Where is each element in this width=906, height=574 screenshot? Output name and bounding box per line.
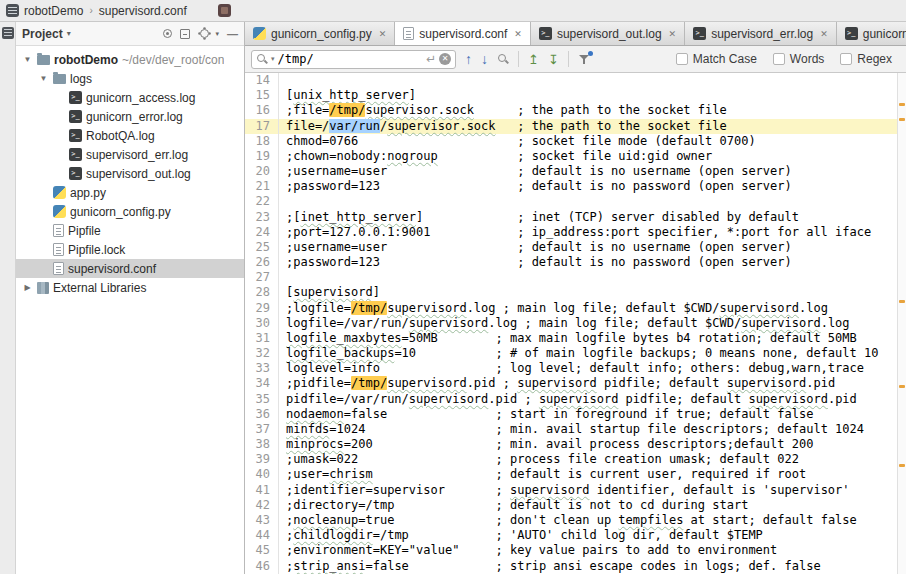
project-panel-title[interactable]: Project [22,27,63,41]
search-result-mark[interactable] [899,118,905,121]
search-history-caret-icon[interactable]: ▾ [271,55,275,63]
code-editor[interactable]: 1415[unix_http_server]16;file=/tmp/super… [245,73,906,574]
code-text: ;strip_ansi=false ; strip ansi escape co… [279,559,897,574]
navigation-bar: robotDemo › supervisord.conf [0,0,906,22]
breadcrumb-project[interactable]: robotDemo [24,4,83,18]
tab-label: supervisord.conf [419,27,507,41]
previous-match-icon[interactable]: ↑ [465,52,472,66]
tree-item-app-py[interactable]: app.py [16,183,244,202]
tree-item-supervisord-conf[interactable]: supervisord.conf [16,259,244,278]
search-field[interactable]: ▾ ↵ ✕ [251,50,456,69]
typo-underlined-text: supervisord [727,376,806,390]
typo-underlined-text: minprocs [286,437,344,451]
tree-item-pipfile[interactable]: Pipfile [16,221,244,240]
tree-item-supervisord-err-log[interactable]: supervisord_err.log [16,145,244,164]
collapse-all-icon[interactable] [180,29,190,39]
line-number: 36 [245,407,279,422]
tab-gunicorn-config-py[interactable]: gunicorn_config.py✕ [245,22,395,45]
project-toolwindow-button[interactable] [2,27,14,39]
code-line: 18chmod=0766 ; socket file mode (default… [245,134,897,149]
first-occurrence-icon[interactable]: ↥ [528,53,539,66]
tree-item-gunicorn-access-log[interactable]: gunicorn_access.log [16,88,244,107]
tree-item-label: External Libraries [53,281,146,295]
tab-gunicorn[interactable]: gunicorn_✕ [837,22,906,45]
settings-gear-icon[interactable] [200,29,209,38]
tab-label: gunicorn_ [863,27,906,41]
checkbox-icon[interactable] [676,53,688,65]
code-text: ;logfile=/tmp/supervisord.log ; main log… [279,301,897,316]
code-segment: pidfile; default [618,392,748,406]
divider [568,51,569,67]
chevron-expanded-icon[interactable]: ▼ [22,55,33,64]
code-segment: ;pidfile= [286,376,351,390]
newline-icon[interactable]: ↵ [426,52,436,66]
search-input[interactable] [278,52,423,66]
tree-item-robotqa-log[interactable]: RobotQA.log [16,126,244,145]
typo-underlined-text: supervisord [748,392,827,406]
code-segment: .pid [828,392,857,406]
breadcrumb-file[interactable]: supervisord.conf [99,4,187,18]
code-segment: ;password=123 ; default is no password (… [286,179,792,193]
find-all-icon[interactable] [497,53,509,65]
close-tab-icon[interactable]: ✕ [377,29,387,39]
tree-item-gunicorn-config-py[interactable]: gunicorn_config.py [16,202,244,221]
chevron-down-icon[interactable]: ▾ [67,29,71,38]
close-tab-icon[interactable]: ✕ [818,29,828,39]
tree-item-robotdemo[interactable]: ▼robotDemo~/dev/dev_root/con [16,50,244,69]
checkbox-icon[interactable] [773,53,785,65]
search-filter-icon[interactable] [578,53,591,66]
hide-panel-icon[interactable]: — [227,29,238,39]
tree-item-label: supervisord_err.log [86,148,188,162]
error-stripe-scrollbar[interactable] [897,73,906,574]
typo-underlined-text: logfile_backups [286,346,394,360]
code-line: 21;password=123 ; default is no password… [245,179,897,194]
line-number: 21 [245,179,279,194]
find-option-match-case[interactable]: Match Case [676,52,757,66]
editor-tab-bar: gunicorn_config.py✕supervisord.conf✕supe… [245,22,906,46]
code-segment: ;logfile= [286,301,351,315]
tab-supervisord-out-log[interactable]: supervisord_out.log✕ [531,22,685,45]
chevron-collapsed-icon[interactable]: ▶ [22,283,33,292]
find-option-regex[interactable]: Regex [840,52,892,66]
tree-item-supervisord-out-log[interactable]: supervisord_out.log [16,164,244,183]
typo-underlined-text: tempfiles [618,513,683,527]
next-match-icon[interactable]: ↓ [481,52,488,66]
code-segment: .log ; main log file; default $CWD/ [467,301,720,315]
tree-item-logs[interactable]: ▼logs [16,69,244,88]
project-tool-window: Project ▾ ▾ — ▼robotDemo~/dev/dev_root/c… [16,22,245,574]
chevron-expanded-icon[interactable]: ▼ [38,74,49,83]
chevron-down-icon[interactable]: ▾ [215,30,219,38]
checkbox-icon[interactable] [840,53,852,65]
chevron-right-icon: › [88,5,93,16]
clear-search-icon[interactable]: ✕ [439,53,451,65]
code-line: 29;logfile=/tmp/supervisord.log ; main l… [245,301,897,316]
search-result-mark[interactable] [899,464,905,467]
locate-icon[interactable] [163,29,172,38]
code-line: 31logfile_maxbytes=50MB ; max main logfi… [245,331,897,346]
typo-underlined-text: chrism [329,467,372,481]
python-icon [53,205,66,218]
line-number: 33 [245,361,279,376]
close-tab-icon[interactable]: ✕ [667,29,677,39]
search-result-mark[interactable] [899,300,905,303]
code-lines: 1415[unix_http_server]16;file=/tmp/super… [245,73,897,574]
code-text: pidfile=/var/run/supervisord.pid ; super… [279,392,897,407]
line-number: 20 [245,164,279,179]
tree-item-external-libraries[interactable]: ▶External Libraries [16,278,244,297]
tab-supervisord-err-log[interactable]: supervisord_err.log✕ [685,22,837,45]
tree-item-gunicorn-error-log[interactable]: gunicorn_error.log [16,107,244,126]
last-occurrence-icon[interactable]: ↧ [548,53,559,66]
line-number: 43 [245,513,279,528]
search-result-mark[interactable] [899,103,905,106]
line-number: 23 [245,210,279,225]
tree-item-pipfile-lock[interactable]: Pipfile.lock [16,240,244,259]
console-icon [69,110,82,123]
code-text: ;password=123 ; default is no password (… [279,255,897,270]
code-segment: =200 ; min. avail process descriptors;de… [344,437,814,451]
search-result-mark[interactable] [899,385,905,388]
close-tab-icon[interactable]: ✕ [512,29,522,39]
search-icon[interactable] [256,53,268,65]
navbar-tool-icon[interactable] [218,4,231,17]
tab-supervisord-conf[interactable]: supervisord.conf✕ [395,22,531,46]
find-option-words[interactable]: Words [773,52,824,66]
